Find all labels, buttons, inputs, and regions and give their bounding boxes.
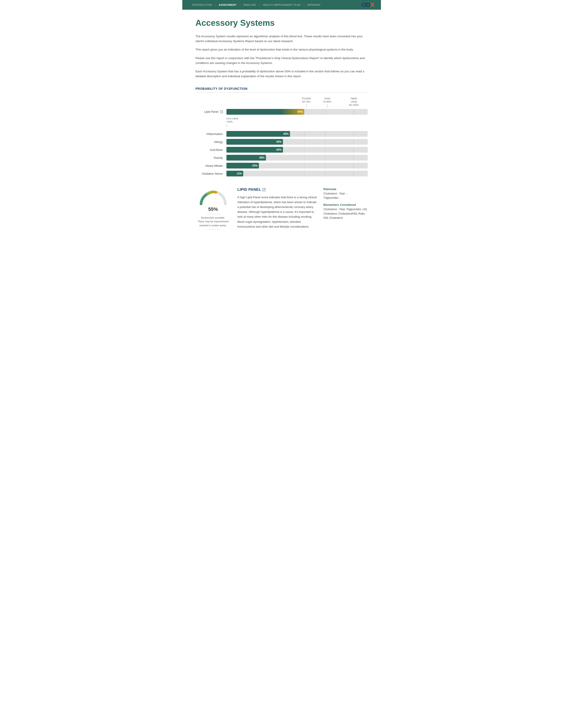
- bar-track-toxicity: 28%: [226, 155, 368, 161]
- bar-pct-inflammation: 45%: [283, 132, 289, 135]
- bar-label-toxicity: Toxicity: [195, 156, 226, 159]
- rationale-section: Rationale Cholesterol - Total ↑, Triglyc…: [324, 187, 368, 223]
- nav-items: INTRODUCTION | ASSESSMENT | ANALYSIS | H…: [189, 3, 362, 6]
- tick-line-likely-3: [325, 139, 326, 145]
- chart-container: Possible50-70%| Likely70-90%| HighlyLike…: [195, 97, 368, 176]
- bar-fill-allergy: 40%: [226, 139, 283, 145]
- bar-label-heavy-metals: Heavy Metals: [195, 164, 226, 167]
- triglycerides-arrow: ↑: [339, 196, 340, 200]
- chart-bar-area: Lipid Panel ↗ 55% Less Li: [195, 109, 368, 176]
- bar-fill-oxidative-stress: 12%: [226, 171, 243, 176]
- bar-fill-lipid-panel: 55%: [226, 109, 304, 115]
- chart-tick-area: Possible50-70%| Likely70-90%| HighlyLike…: [226, 97, 368, 109]
- tick-line-highly-3: [354, 139, 354, 145]
- tick-line-highly-2: [354, 131, 354, 137]
- tick-line-likely: [325, 109, 326, 115]
- lipid-panel-external-link-icon[interactable]: ↗: [262, 188, 265, 191]
- bar-row-acid-base: Acid-Base 40%: [195, 147, 368, 153]
- intro-paragraph-3: Please use this report in conjunction wi…: [195, 56, 368, 66]
- gauge-svg: [198, 187, 229, 205]
- biomarkers-items: Cholesterol - Total, Triglycerides, LDL …: [324, 207, 368, 220]
- tick-line-highly: [354, 109, 354, 115]
- tick-line-likely-4: [325, 147, 326, 153]
- bar-pct-heavy-metals: 23%: [252, 164, 257, 167]
- nav-item-hip[interactable]: HEALTH IMPROVEMENT PLAN: [260, 4, 304, 6]
- tick-label-likely: Likely70-90%|: [323, 97, 332, 109]
- bar-row-inflammation: Inflammation 45%: [195, 131, 368, 137]
- nav-item-appendix[interactable]: APPENDIX: [304, 4, 324, 6]
- bar-label-oxidative-stress: Oxidative Stress: [195, 172, 226, 175]
- nav-bar: INTRODUCTION | ASSESSMENT | ANALYSIS | H…: [182, 0, 381, 10]
- tick-line-likely-5: [325, 155, 326, 161]
- bar-pct-oxidative-stress: 12%: [236, 172, 242, 175]
- bar-label-lipid-panel: Lipid Panel ↗: [195, 110, 226, 113]
- bar-pct-toxicity: 28%: [259, 156, 264, 159]
- bar-pct-allergy: 40%: [276, 140, 282, 143]
- nav-logo: ODX: [362, 1, 374, 8]
- bar-track-oxidative-stress: 12%: [226, 171, 368, 176]
- bar-label-allergy: Allergy: [195, 140, 226, 144]
- probability-section-title: PROBABILITY OF DYSFUNCTION: [195, 87, 368, 92]
- gauge-divider-2: [206, 229, 220, 229]
- tick-line-likely-6: [325, 163, 326, 168]
- bar-fill-heavy-metals: 23%: [226, 163, 259, 168]
- page-title: Accessory Systems: [195, 19, 368, 28]
- bottom-section: 55% Dysfunction possible.There may be im…: [195, 187, 368, 231]
- gauge-container: 55% Dysfunction possible.There may be im…: [195, 187, 231, 231]
- bar-row-oxidative-stress: Oxidative Stress 12%: [195, 171, 368, 176]
- nav-item-introduction[interactable]: INTRODUCTION: [189, 4, 215, 6]
- bar-row-toxicity: Toxicity 28%: [195, 155, 368, 161]
- bar-track-inflammation: 45%: [226, 131, 368, 137]
- main-content: Accessory Systems The Accessory System r…: [182, 10, 381, 244]
- bar-fill-inflammation: 45%: [226, 131, 290, 137]
- biomarkers-title: Biomarkers Considered: [324, 203, 368, 206]
- rationale-items: Cholesterol - Total ↑, Triglycerides ↑: [324, 192, 368, 200]
- intro-paragraph-1: The Accessory System results represent a…: [195, 34, 368, 44]
- nav-item-analysis[interactable]: ANALYSIS: [240, 4, 259, 6]
- lipid-panel-description: A high Lipid Panel score indicates that …: [237, 195, 317, 229]
- logo-od: OD: [362, 1, 370, 8]
- bar-label-acid-base: Acid-Base: [195, 148, 226, 152]
- bar-label-inflammation: Inflammation: [195, 132, 226, 136]
- bar-track-allergy: 40%: [226, 139, 368, 145]
- lipid-panel-title: LIPID PANEL ↗: [237, 187, 317, 192]
- bar-row-allergy: Allergy 40%: [195, 139, 368, 145]
- bar-pct-acid-base: 40%: [276, 148, 282, 151]
- tick-line-likely-2: [325, 131, 326, 137]
- bar-track-acid-base: 40%: [226, 147, 368, 153]
- tick-line-highly-6: [354, 163, 354, 168]
- lipid-text-section: LIPID PANEL ↗ A high Lipid Panel score i…: [237, 187, 317, 229]
- logo-x: X: [370, 1, 374, 8]
- bar-fill-toxicity: 28%: [226, 155, 266, 161]
- bar-pct-lipid-panel: 55%: [297, 110, 303, 113]
- cholesterol-arrow: ↑: [346, 192, 347, 196]
- tick-label-possible: Possible50-70%|: [302, 97, 311, 109]
- tick-label-highly-likely: HighlyLikely90-100%: [349, 97, 359, 107]
- chart-wrapper: Possible50-70%| Likely70-90%| HighlyLike…: [195, 97, 368, 176]
- bar-track-lipid-panel: 55%: [226, 109, 368, 115]
- bar-row-lipid-panel: Lipid Panel ↗ 55%: [195, 109, 368, 115]
- rationale-title: Rationale: [324, 187, 368, 191]
- bar-row-heavy-metals: Heavy Metals 23%: [195, 163, 368, 168]
- intro-paragraph-4: Each Accessory System that has a probabi…: [195, 69, 368, 79]
- lipid-panel-link-icon[interactable]: ↗: [220, 110, 223, 113]
- gauge-label: Dysfunction possible.There may be improv…: [197, 216, 229, 227]
- less-likely-annotation: Less Likely<50%|: [226, 117, 368, 128]
- gauge-percentage: 55%: [208, 206, 218, 212]
- tick-line-likely-7: [325, 171, 326, 176]
- tick-line-highly-5: [354, 155, 354, 161]
- tick-line-highly-7: [354, 171, 354, 176]
- tick-line-highly-4: [354, 147, 354, 153]
- bar-track-heavy-metals: 23%: [226, 163, 368, 168]
- bar-fill-acid-base: 40%: [226, 147, 283, 153]
- intro-paragraph-2: This report gives you an indication of t…: [195, 47, 368, 52]
- nav-item-assessment[interactable]: ASSESSMENT: [215, 4, 240, 6]
